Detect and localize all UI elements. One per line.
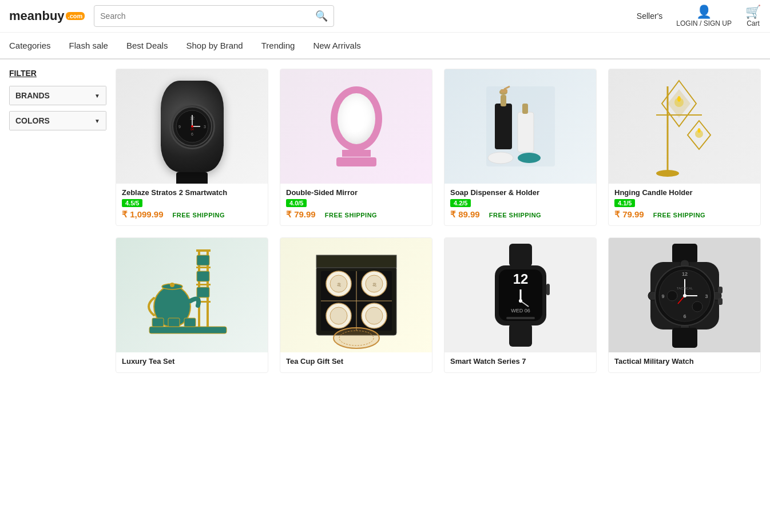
tea-set-svg	[141, 238, 244, 352]
svg-text:9: 9	[178, 125, 181, 129]
login-section[interactable]: 👤 LOGIN / SIGN UP	[676, 5, 732, 27]
nav-item-best-deals[interactable]: Best Deals	[126, 41, 168, 50]
product-name-p4: Hnging Candle Holder	[614, 188, 755, 197]
svg-rect-72	[509, 324, 532, 347]
shipping-p2: FREE SHIPPING	[325, 212, 377, 219]
product-price-p2: ₹ 79.99	[286, 209, 316, 220]
search-bar: 🔍	[94, 5, 334, 27]
svg-text:6: 6	[191, 132, 193, 136]
nav-item-flash-sale[interactable]: Flash sale	[69, 41, 108, 50]
smartwatch2-svg: 12 WED 06	[469, 238, 572, 352]
seller-link[interactable]: Seller's	[637, 11, 662, 21]
svg-text:6: 6	[683, 313, 686, 319]
svg-rect-44	[168, 318, 180, 327]
rating-badge-p2: 4.0/5	[286, 199, 307, 207]
product-name-p1: Zeblaze Stratos 2 Smartwatch	[122, 188, 262, 197]
rating-p4: 4.1/5	[614, 199, 755, 207]
svg-rect-18	[501, 89, 507, 93]
svg-point-90	[667, 291, 677, 301]
product-card-p8[interactable]: 12 6 9 3	[608, 237, 761, 373]
product-name-p3: Soap Dispenser & Holder	[450, 188, 590, 197]
rating-badge-p4: 4.1/5	[614, 199, 635, 207]
svg-rect-71	[506, 317, 535, 319]
svg-rect-14	[518, 112, 534, 152]
logo-badge: .com	[66, 12, 85, 20]
svg-text:9: 9	[661, 293, 664, 299]
product-card-p7[interactable]: 12 WED 06 Smart Watch Series 7	[444, 237, 597, 373]
svg-rect-32	[196, 249, 211, 252]
svg-rect-12	[501, 95, 506, 106]
product-info-p5: Luxury Tea Set	[116, 352, 268, 372]
svg-text:3: 3	[705, 293, 708, 299]
nav-item-categories[interactable]: Categories	[9, 41, 51, 50]
product-card-p1[interactable]: 12 6 9 3 04	[116, 69, 268, 226]
product-image-p6: 花 花	[280, 238, 432, 352]
product-info-p6: Tea Cup Gift Set	[280, 352, 432, 372]
svg-point-69	[519, 299, 522, 303]
svg-rect-93	[718, 298, 723, 305]
svg-text:花: 花	[372, 283, 376, 287]
nav-item-new-arrivals[interactable]: New Arrivals	[313, 41, 360, 50]
filter-title: FILTER	[9, 69, 106, 78]
svg-text:花: 花	[336, 283, 340, 287]
product-card-p5[interactable]: Luxury Tea Set	[116, 237, 268, 373]
svg-text:04: 04	[190, 128, 194, 131]
cart-section[interactable]: 🛒 Cart	[745, 5, 761, 27]
search-button[interactable]: 🔍	[309, 10, 334, 22]
svg-rect-11	[495, 104, 512, 149]
colors-chevron-icon: ▼	[94, 118, 100, 124]
product-info-p1: Zeblaze Stratos 2 Smartwatch 4.5/5 ₹ 1,0…	[116, 184, 268, 225]
svg-text:WED 06: WED 06	[511, 308, 530, 313]
product-price-p3: ₹ 89.99	[450, 209, 480, 220]
product-image-p2	[280, 69, 432, 184]
product-info-p4: Hnging Candle Holder 4.1/5 ₹ 79.99 FREE …	[609, 184, 760, 225]
product-image-p4	[609, 69, 760, 184]
tea-box-svg: 花 花	[305, 238, 408, 352]
product-card-p4[interactable]: Hnging Candle Holder 4.1/5 ₹ 79.99 FREE …	[608, 69, 761, 226]
svg-point-28	[677, 96, 681, 102]
product-image-p5	[116, 238, 268, 352]
svg-rect-43	[152, 318, 164, 327]
svg-rect-45	[184, 318, 196, 327]
svg-text:TACTICAL: TACTICAL	[676, 287, 693, 290]
rating-badge-p1: 4.5/5	[122, 199, 142, 207]
svg-rect-63	[509, 244, 532, 267]
login-label: LOGIN / SIGN UP	[676, 19, 732, 27]
svg-point-58	[330, 307, 347, 324]
svg-point-27	[656, 170, 679, 177]
brands-chevron-icon: ▼	[94, 93, 100, 99]
svg-point-29	[697, 128, 700, 133]
product-name-p7: Smart Watch Series 7	[450, 357, 590, 366]
shipping-p3: FREE SHIPPING	[489, 212, 541, 219]
brands-label: BRANDS	[15, 91, 50, 100]
product-image-p7: 12 WED 06	[444, 238, 596, 352]
svg-rect-15	[522, 104, 528, 114]
svg-point-17	[518, 153, 541, 163]
svg-point-41	[170, 283, 174, 287]
svg-rect-42	[149, 327, 227, 334]
product-grid: 12 6 9 3 04	[116, 69, 761, 373]
brands-filter[interactable]: BRANDS ▼	[9, 86, 106, 105]
colors-filter-header[interactable]: COLORS ▼	[10, 112, 106, 130]
svg-point-16	[488, 152, 513, 164]
colors-label: COLORS	[15, 116, 50, 125]
svg-rect-37	[197, 271, 209, 281]
nav-item-shop-by-brand[interactable]: Shop by Brand	[186, 41, 243, 50]
logo[interactable]: meanbuy.com	[9, 9, 85, 23]
search-input[interactable]	[94, 11, 309, 21]
product-card-p6[interactable]: 花 花 Tea Cup Gift Set	[280, 237, 432, 373]
product-info-p8: Tactical Military Watch	[609, 352, 760, 372]
rating-p3: 4.2/5	[450, 199, 590, 207]
product-card-p2[interactable]: Double-Sided Mirror 4.0/5 ₹ 79.99 FREE S…	[280, 69, 432, 226]
svg-point-89	[683, 294, 686, 297]
header-right: Seller's 👤 LOGIN / SIGN UP 🛒 Cart	[637, 5, 761, 27]
sidebar: FILTER BRANDS ▼ COLORS ▼	[9, 69, 106, 373]
shipping-p4: FREE SHIPPING	[653, 212, 705, 219]
product-name-p2: Double-Sided Mirror	[286, 188, 426, 197]
nav-item-trending[interactable]: Trending	[261, 41, 295, 50]
svg-rect-73	[546, 284, 550, 295]
brands-filter-header[interactable]: BRANDS ▼	[10, 86, 106, 105]
colors-filter[interactable]: COLORS ▼	[9, 111, 106, 130]
shipping-p1: FREE SHIPPING	[173, 212, 225, 219]
product-card-p3[interactable]: Soap Dispenser & Holder 4.2/5 ₹ 89.99 FR…	[444, 69, 597, 226]
